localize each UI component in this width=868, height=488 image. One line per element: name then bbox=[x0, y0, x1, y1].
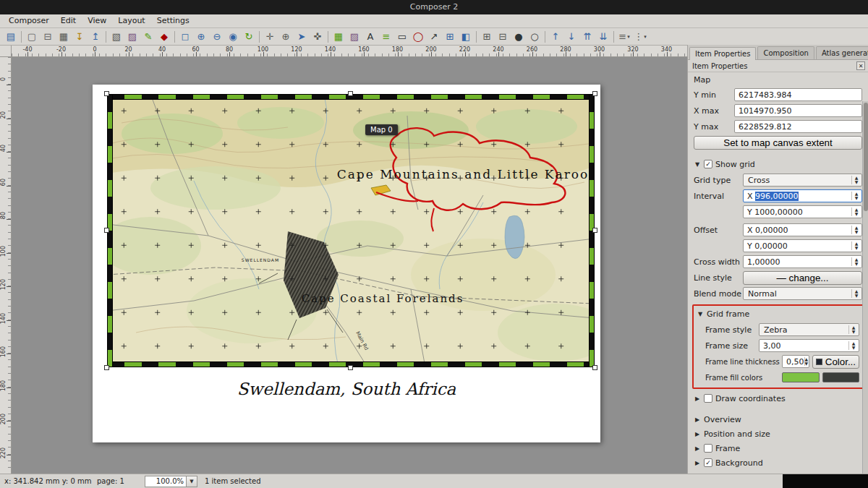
save-project-icon[interactable]: ▤ bbox=[3, 30, 19, 44]
show-grid-checkbox[interactable]: ✓ bbox=[704, 160, 712, 168]
select-move-item-icon[interactable]: ➤ bbox=[294, 30, 310, 44]
vruler-label: 140 bbox=[0, 313, 9, 324]
align-items-icon[interactable]: ≡▾ bbox=[616, 30, 632, 44]
selection-handle-nw[interactable] bbox=[104, 91, 109, 96]
add-html-frame-icon[interactable]: ◧ bbox=[458, 30, 474, 44]
overview-expand-icon[interactable]: ▶ bbox=[694, 416, 701, 423]
grid-frame-collapse-icon[interactable]: ▼ bbox=[697, 311, 704, 317]
selection-handle-w[interactable] bbox=[104, 228, 109, 233]
save-as-template-icon[interactable]: ↥ bbox=[88, 30, 103, 44]
selection-handle-sw[interactable] bbox=[104, 365, 109, 370]
background-expand-icon[interactable]: ▶ bbox=[694, 460, 701, 466]
add-attribute-table-icon[interactable]: ⊞ bbox=[442, 30, 458, 44]
tab-composition[interactable]: Composition bbox=[757, 46, 814, 59]
refresh-view-icon[interactable]: ↻ bbox=[241, 30, 257, 44]
pan-icon[interactable]: ✛ bbox=[262, 30, 278, 44]
interval-x-field[interactable]: X 996,00000 ▲▼ bbox=[743, 189, 862, 202]
zoom-actual-icon[interactable]: ◉ bbox=[225, 30, 241, 44]
zoom-tool-icon[interactable]: ⊕ bbox=[278, 30, 294, 44]
show-grid-collapse-icon[interactable]: ▼ bbox=[694, 161, 701, 168]
duplicate-composition-icon[interactable]: ⊟ bbox=[40, 30, 56, 44]
export-as-image-icon[interactable]: ▨ bbox=[124, 30, 140, 44]
move-item-content-icon[interactable]: ✜ bbox=[310, 30, 326, 44]
add-arrow-icon[interactable]: ↗ bbox=[426, 30, 442, 44]
x-max-field[interactable]: 1014970.950 bbox=[734, 104, 862, 117]
ungroup-items-icon[interactable]: ⊟ bbox=[495, 30, 511, 44]
y-max-field[interactable]: 6228529.812 bbox=[734, 120, 862, 133]
composer-manager-icon[interactable]: ▦ bbox=[56, 30, 72, 44]
move-to-back-icon[interactable]: ⇊ bbox=[595, 30, 611, 44]
move-to-front-icon[interactable]: ⇈ bbox=[579, 30, 595, 44]
add-new-map-icon[interactable]: ▦ bbox=[331, 30, 346, 44]
lock-items-icon[interactable]: ● bbox=[511, 30, 527, 44]
frame-fill-color-1-swatch[interactable] bbox=[782, 372, 820, 382]
add-shape-icon[interactable]: ◯ bbox=[410, 30, 426, 44]
panel-scrollbar[interactable] bbox=[862, 101, 868, 474]
menu-layout[interactable]: Layout bbox=[112, 14, 150, 27]
panel-scrollbar-thumb[interactable] bbox=[864, 103, 868, 211]
section-frame[interactable]: ▶Frame bbox=[692, 441, 864, 455]
menu-settings[interactable]: Settings bbox=[151, 14, 195, 27]
composition-title-label[interactable]: Swellendam, South Africa bbox=[93, 380, 600, 398]
window-titlebar[interactable]: Composer 2 bbox=[0, 0, 868, 14]
section-background[interactable]: ▶✓Background bbox=[692, 455, 864, 470]
frame-fill-color-2-swatch[interactable] bbox=[822, 372, 860, 382]
frame-size-field[interactable]: 3,00 ▲▼ bbox=[759, 339, 859, 352]
unlock-items-icon[interactable]: ○ bbox=[527, 30, 542, 44]
frame-expand-icon[interactable]: ▶ bbox=[694, 445, 701, 452]
grid-type-combo[interactable]: Cross ▲▼ bbox=[743, 174, 862, 187]
add-scalebar-icon[interactable]: ▭ bbox=[394, 30, 410, 44]
align-items-dropdown-icon[interactable]: ▾ bbox=[627, 34, 630, 40]
group-items-icon[interactable]: ⊞ bbox=[479, 30, 495, 44]
composition-page[interactable]: Cape Mountains and Little Karoo Cape Coa… bbox=[93, 85, 600, 442]
distribute-items-dropdown-icon[interactable]: ▾ bbox=[644, 34, 647, 40]
draw-coordinates-checkbox[interactable] bbox=[704, 394, 712, 403]
offset-y-field[interactable]: Y 0,00000 ▲▼ bbox=[743, 239, 862, 252]
background-checkbox[interactable]: ✓ bbox=[704, 458, 712, 467]
section-position-and-size[interactable]: ▶Position and size bbox=[692, 427, 864, 441]
line-style-change-button[interactable]: — change... bbox=[743, 271, 862, 285]
map-item[interactable]: Cape Mountains and Little Karoo Cape Coa… bbox=[107, 94, 595, 367]
frame-checkbox[interactable] bbox=[704, 444, 712, 453]
zoom-out-icon[interactable]: ⊖ bbox=[209, 30, 225, 44]
offset-x-field[interactable]: X 0,00000 ▲▼ bbox=[743, 223, 862, 236]
zoom-in-icon[interactable]: ⊕ bbox=[193, 30, 209, 44]
panel-close-icon[interactable]: ✕ bbox=[856, 61, 865, 70]
selection-handle-ne[interactable] bbox=[592, 91, 597, 96]
add-image-icon[interactable]: ▨ bbox=[346, 30, 362, 44]
zoom-level-field[interactable]: 100.0% bbox=[145, 476, 187, 487]
interval-y-field[interactable]: Y 1000,00000 ▲▼ bbox=[743, 205, 862, 218]
blend-mode-combo[interactable]: Normal ▲▼ bbox=[743, 287, 862, 300]
frame-style-combo[interactable]: Zebra ▲▼ bbox=[759, 323, 859, 336]
menu-view[interactable]: View bbox=[82, 14, 112, 27]
frame-line-thickness-field[interactable]: 0,50 ▲▼ bbox=[782, 355, 809, 368]
tab-atlas-generation[interactable]: Atlas generation bbox=[816, 46, 868, 59]
menu-edit[interactable]: Edit bbox=[55, 14, 82, 27]
menu-composer[interactable]: Composer bbox=[3, 14, 55, 27]
selection-handle-s[interactable] bbox=[348, 365, 353, 370]
position-and-size-expand-icon[interactable]: ▶ bbox=[694, 431, 701, 437]
export-as-pdf-icon[interactable]: ◆ bbox=[156, 30, 172, 44]
export-as-svg-icon[interactable]: ✎ bbox=[140, 30, 156, 44]
distribute-items-icon[interactable]: ⋮▾ bbox=[632, 30, 648, 44]
cross-width-field[interactable]: 1,00000 ▲▼ bbox=[743, 255, 862, 268]
load-from-template-icon[interactable]: ↧ bbox=[72, 30, 88, 44]
y-min-field[interactable]: 6217483.984 bbox=[734, 88, 862, 101]
zoom-full-icon[interactable]: ◻ bbox=[177, 30, 193, 44]
new-composition-icon[interactable]: ▢ bbox=[24, 30, 40, 44]
selection-handle-se[interactable] bbox=[592, 365, 597, 370]
add-legend-icon[interactable]: ≡ bbox=[378, 30, 394, 44]
raise-items-icon[interactable]: ↑ bbox=[548, 30, 563, 44]
add-label-icon[interactable]: A bbox=[362, 30, 378, 44]
set-extent-button[interactable]: Set to map canvas extent bbox=[694, 136, 862, 150]
lower-items-icon[interactable]: ↓ bbox=[563, 30, 579, 44]
selection-handle-n[interactable] bbox=[348, 91, 353, 96]
zoom-dropdown-icon[interactable]: ▼ bbox=[187, 476, 197, 487]
frame-color-button[interactable]: Color... bbox=[812, 355, 859, 369]
tab-item-properties[interactable]: Item Properties bbox=[689, 47, 756, 60]
section-overview[interactable]: ▶Overview bbox=[692, 412, 864, 427]
draw-coordinates-expand-icon[interactable]: ▶ bbox=[694, 395, 701, 402]
selection-handle-e[interactable] bbox=[592, 228, 597, 233]
print-icon[interactable]: ▧ bbox=[109, 30, 124, 44]
composer-canvas[interactable]: Cape Mountains and Little Karoo Cape Coa… bbox=[12, 57, 687, 474]
